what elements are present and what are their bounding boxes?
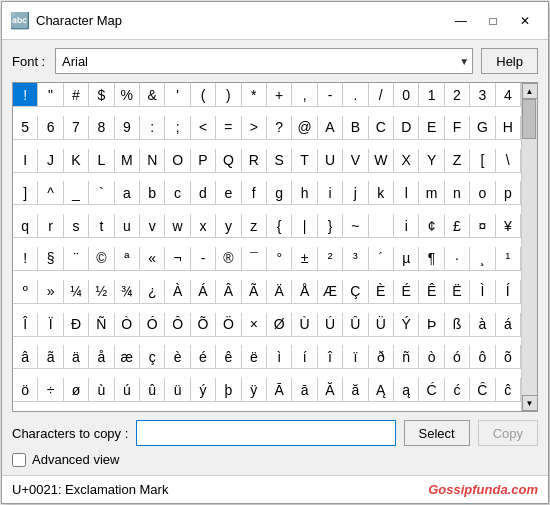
char-cell[interactable]: ! bbox=[13, 83, 38, 107]
char-cell[interactable]: ¾ bbox=[115, 280, 140, 304]
char-cell[interactable]: ú bbox=[115, 378, 140, 402]
char-cell[interactable]: W bbox=[369, 149, 394, 173]
copy-input[interactable] bbox=[136, 420, 395, 446]
select-button[interactable]: Select bbox=[404, 420, 470, 446]
help-button[interactable]: Help bbox=[481, 48, 538, 74]
char-cell[interactable]: c bbox=[165, 181, 190, 205]
char-cell[interactable]: Y bbox=[419, 149, 444, 173]
char-cell[interactable]: t bbox=[89, 214, 114, 238]
char-cell[interactable]: m bbox=[419, 181, 444, 205]
char-cell[interactable]: ¯ bbox=[242, 247, 267, 271]
char-cell[interactable]: á bbox=[496, 313, 521, 337]
char-cell[interactable]: Ĉ bbox=[470, 378, 495, 402]
char-cell[interactable]: ç bbox=[140, 345, 165, 369]
font-select[interactable]: Arial Times New Roman Courier New Verdan… bbox=[55, 48, 473, 74]
char-cell[interactable]: S bbox=[267, 149, 292, 173]
char-cell[interactable]: Ê bbox=[419, 280, 444, 304]
char-cell[interactable]: R bbox=[242, 149, 267, 173]
char-cell[interactable]: g bbox=[267, 181, 292, 205]
char-cell[interactable]: I bbox=[13, 149, 38, 173]
char-cell[interactable]: Û bbox=[343, 313, 368, 337]
char-cell[interactable]: ± bbox=[292, 247, 317, 271]
char-cell[interactable]: ø bbox=[64, 378, 89, 402]
char-cell[interactable]: p bbox=[496, 181, 521, 205]
char-cell[interactable]: Æ bbox=[318, 280, 343, 304]
char-cell[interactable]: 6 bbox=[38, 116, 63, 140]
char-cell[interactable]: ! bbox=[13, 247, 38, 271]
char-cell[interactable]: % bbox=[115, 83, 140, 107]
char-cell[interactable]: r bbox=[38, 214, 63, 238]
char-cell[interactable]: º bbox=[13, 280, 38, 304]
char-cell[interactable]: õ bbox=[496, 345, 521, 369]
scroll-down-button[interactable]: ▼ bbox=[522, 395, 538, 411]
char-cell[interactable]: n bbox=[445, 181, 470, 205]
char-cell[interactable]: i bbox=[318, 181, 343, 205]
char-cell[interactable]: ° bbox=[267, 247, 292, 271]
char-cell[interactable]: ® bbox=[216, 247, 241, 271]
char-cell[interactable]: [ bbox=[470, 149, 495, 173]
char-cell[interactable]: L bbox=[89, 149, 114, 173]
char-cell[interactable]: Ø bbox=[267, 313, 292, 337]
char-cell[interactable]: ~ bbox=[343, 214, 368, 238]
char-cell[interactable]: x bbox=[191, 214, 216, 238]
char-cell[interactable]: ² bbox=[318, 247, 343, 271]
char-cell[interactable]: ÿ bbox=[242, 378, 267, 402]
char-cell[interactable]: Ô bbox=[165, 313, 190, 337]
char-cell[interactable]: · bbox=[445, 247, 470, 271]
char-cell[interactable]: & bbox=[140, 83, 165, 107]
char-cell[interactable]: 0 bbox=[394, 83, 419, 107]
char-cell[interactable]: Ï bbox=[38, 313, 63, 337]
char-cell[interactable]: × bbox=[242, 313, 267, 337]
minimize-button[interactable]: — bbox=[446, 9, 476, 33]
char-cell[interactable]: s bbox=[64, 214, 89, 238]
char-cell[interactable]: a bbox=[115, 181, 140, 205]
char-cell[interactable]: È bbox=[369, 280, 394, 304]
char-cell[interactable]: ô bbox=[470, 345, 495, 369]
char-cell[interactable]: ( bbox=[191, 83, 216, 107]
char-cell[interactable]: X bbox=[394, 149, 419, 173]
char-cell[interactable]: â bbox=[13, 345, 38, 369]
char-cell[interactable]: û bbox=[140, 378, 165, 402]
char-cell[interactable]: l bbox=[394, 181, 419, 205]
char-cell[interactable]: µ bbox=[394, 247, 419, 271]
char-cell[interactable]: " bbox=[38, 83, 63, 107]
char-cell[interactable]: Õ bbox=[191, 313, 216, 337]
char-cell[interactable]: ¿ bbox=[140, 280, 165, 304]
char-cell[interactable]: © bbox=[89, 247, 114, 271]
char-cell[interactable]: M bbox=[115, 149, 140, 173]
char-cell[interactable]: ] bbox=[13, 181, 38, 205]
char-cell[interactable]: Â bbox=[216, 280, 241, 304]
char-cell[interactable]: 8 bbox=[89, 116, 114, 140]
advanced-view-checkbox[interactable] bbox=[12, 453, 26, 467]
char-cell[interactable]: à bbox=[470, 313, 495, 337]
char-cell[interactable]: ò bbox=[419, 345, 444, 369]
char-cell[interactable]: ? bbox=[267, 116, 292, 140]
char-cell[interactable]: ĉ bbox=[496, 378, 521, 402]
char-cell[interactable]: ¥ bbox=[496, 214, 521, 238]
char-cell[interactable]: ' bbox=[165, 83, 190, 107]
char-cell[interactable]: - bbox=[191, 247, 216, 271]
char-cell[interactable]: @ bbox=[292, 116, 317, 140]
char-cell[interactable]: ù bbox=[89, 378, 114, 402]
char-cell[interactable]: Þ bbox=[419, 313, 444, 337]
char-cell[interactable]: å bbox=[89, 345, 114, 369]
char-cell[interactable]: i bbox=[394, 214, 419, 238]
char-cell[interactable]: ¸ bbox=[470, 247, 495, 271]
char-cell[interactable]: Ù bbox=[292, 313, 317, 337]
char-cell[interactable]: É bbox=[394, 280, 419, 304]
char-cell[interactable]: D bbox=[394, 116, 419, 140]
char-cell[interactable]: . bbox=[343, 83, 368, 107]
char-cell[interactable]: ¤ bbox=[470, 214, 495, 238]
char-cell[interactable]: b bbox=[140, 181, 165, 205]
char-cell[interactable]: = bbox=[216, 116, 241, 140]
char-cell[interactable]: < bbox=[191, 116, 216, 140]
char-cell[interactable]: ) bbox=[216, 83, 241, 107]
char-cell[interactable]: Ć bbox=[419, 378, 444, 402]
char-cell[interactable]: 4 bbox=[496, 83, 521, 107]
char-cell[interactable]: À bbox=[165, 280, 190, 304]
char-cell[interactable]: ½ bbox=[89, 280, 114, 304]
char-cell[interactable]: ü bbox=[165, 378, 190, 402]
char-cell[interactable]: ¼ bbox=[64, 280, 89, 304]
char-cell[interactable]: u bbox=[115, 214, 140, 238]
char-cell[interactable]: # bbox=[64, 83, 89, 107]
